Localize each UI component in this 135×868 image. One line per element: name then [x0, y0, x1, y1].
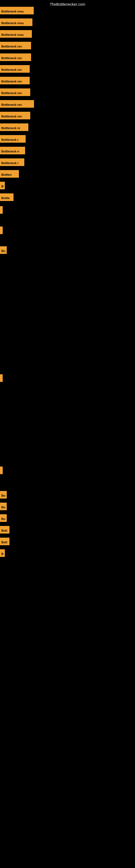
bar-label: Bo: [0, 491, 7, 499]
bar-label: Bottleneck res: [0, 88, 30, 96]
bar-item: Bottleneck resu: [0, 30, 32, 38]
bar-label: Bo: [0, 503, 7, 510]
bar-label: Bottleneck res: [0, 65, 30, 73]
bar-item: [0, 429, 1, 436]
bar-item: [0, 401, 1, 409]
bar-label: Bottleneck res: [0, 100, 34, 108]
bar-label: [0, 226, 3, 234]
bar-label: Bottleneck resu: [0, 7, 34, 14]
bar-item: Bo: [0, 246, 7, 254]
bar-item: Bottleneck r: [0, 158, 24, 166]
bar-label: Bottleneck n: [0, 147, 25, 154]
bar-item: Bottleneck res: [0, 65, 30, 73]
bar-label: Bottleneck res: [0, 42, 31, 50]
bar-label: Bottleneck res: [0, 54, 31, 61]
bar-item: [0, 374, 1, 382]
bar-item: Bo: [0, 503, 7, 510]
bar-label: [0, 374, 3, 382]
bar-label: Bo: [0, 514, 7, 522]
bar-item: Bottleneck res: [0, 88, 30, 96]
bar-label: Bottleneck re: [0, 123, 28, 131]
bar-item: Bott: [0, 526, 9, 533]
bar-item: Bottlen: [0, 170, 19, 178]
bar-item: Bo: [0, 514, 7, 522]
bar-item: [0, 285, 1, 292]
bar-item: Bottleneck res: [0, 42, 31, 50]
bar-label: Bottleneck res: [0, 112, 30, 119]
bar-item: [0, 312, 1, 319]
bar-label: [0, 206, 3, 214]
bar-item: Bottleneck res: [0, 112, 30, 119]
bar-label: Bott: [0, 538, 9, 545]
bar-item: Bott: [0, 538, 9, 545]
bar-item: Bottleneck res: [0, 100, 34, 108]
bar-label: Bottleneck res: [0, 77, 30, 84]
bar-label: Bottleneck r: [0, 135, 26, 143]
bar-label: Bottleneck r: [0, 158, 24, 166]
bar-label: Bottlen: [0, 170, 19, 178]
bar-label: Bott: [0, 526, 9, 533]
bar-label: Bo: [0, 246, 7, 254]
bar-label: Bottleneck resu: [0, 19, 32, 26]
bar-label: B: [0, 182, 5, 189]
bar-item: [0, 467, 1, 474]
bar-item: Bottleneck n: [0, 147, 25, 154]
bar-label: Bottle: [0, 193, 13, 201]
bar-item: B: [0, 549, 5, 557]
bar-item: [0, 226, 1, 234]
bar-item: Bottleneck res: [0, 77, 30, 84]
bar-item: [0, 339, 1, 347]
bar-label: Bottleneck resu: [0, 30, 32, 38]
bar-label: [0, 467, 3, 474]
bar-item: Bottleneck res: [0, 54, 31, 61]
bar-item: Bottleneck r: [0, 135, 26, 143]
bar-item: Bottleneck resu: [0, 7, 34, 14]
bar-item: B: [0, 182, 5, 189]
bar-item: Bottleneck re: [0, 123, 28, 131]
bar-item: [0, 206, 1, 214]
bar-label: B: [0, 549, 5, 557]
bar-item: Bottleneck resu: [0, 19, 32, 26]
bar-item: Bottle: [0, 193, 13, 201]
bar-item: Bo: [0, 491, 7, 499]
